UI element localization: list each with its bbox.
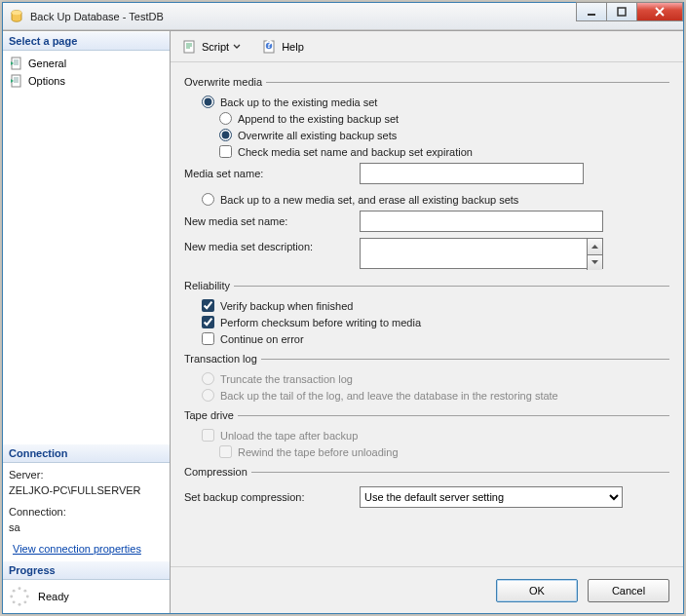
new-media-desc-label: New media set description: (184, 238, 350, 252)
page-icon (9, 56, 24, 71)
check-verify-backup[interactable] (202, 299, 214, 312)
svg-point-1 (12, 10, 21, 14)
new-media-name-label: New media set name: (184, 215, 350, 227)
radio-overwrite-all[interactable] (219, 129, 232, 141)
ok-button[interactable]: OK (496, 579, 578, 602)
check-unload-tape-label: Unload the tape after backup (220, 430, 358, 442)
page-item-general[interactable]: General (9, 55, 164, 72)
radio-append[interactable] (219, 112, 232, 125)
svg-point-14 (13, 600, 16, 603)
svg-point-15 (10, 596, 13, 598)
page-item-label: General (28, 58, 66, 69)
compression-select[interactable]: Use the default server setting (360, 486, 623, 508)
svg-rect-3 (618, 8, 626, 16)
svg-point-16 (13, 590, 16, 593)
transaction-log-legend: Transaction log (184, 353, 261, 365)
cancel-button[interactable]: Cancel (588, 579, 669, 602)
connection-header: Connection (3, 443, 170, 463)
select-page-header: Select a page (3, 31, 170, 51)
radio-backup-tail-label: Back up the tail of the log, and leave t… (220, 390, 558, 402)
connection-value: sa (9, 520, 164, 535)
check-rewind-tape-label: Rewind the tape before unloading (238, 446, 399, 458)
compression-group: Compression Set backup compression: Use … (184, 466, 669, 511)
check-checksum-label: Perform checksum before writing to media (220, 317, 421, 328)
check-media-name-label: Check media set name and backup set expi… (238, 146, 473, 158)
page-icon (9, 73, 24, 89)
overwrite-media-group: Overwrite media Back up to the existing … (184, 76, 669, 274)
server-value: ZELJKO-PC\FULLSERVER (9, 482, 164, 498)
radio-backup-tail (202, 389, 214, 402)
new-media-desc-input[interactable] (360, 238, 603, 269)
transaction-log-group: Transaction log Truncate the transaction… (184, 353, 669, 404)
svg-rect-2 (588, 14, 595, 16)
script-label: Script (202, 41, 229, 53)
radio-new-media-set-label: Back up to a new media set, and erase al… (220, 194, 518, 206)
radio-new-media-set[interactable] (202, 193, 214, 206)
tape-drive-group: Tape drive Unload the tape after backup … (184, 409, 669, 460)
dialog-window: Back Up Database - TestDB Select a page … (2, 2, 684, 614)
radio-append-label: Append to the existing backup set (238, 113, 399, 125)
svg-point-9 (19, 587, 21, 590)
reliability-group: Reliability Verify backup when finished … (184, 280, 669, 347)
window-buttons (577, 3, 683, 29)
chevron-down-icon[interactable] (587, 254, 602, 271)
svg-text:?: ? (266, 39, 273, 50)
script-button[interactable]: Script (178, 37, 245, 57)
view-connection-properties-link[interactable]: View connection properties (13, 543, 141, 555)
chevron-up-icon[interactable] (587, 239, 602, 254)
options-content: Overwrite media Back up to the existing … (171, 62, 683, 566)
radio-overwrite-all-label: Overwrite all existing backup sets (238, 130, 397, 141)
progress-status: Ready (38, 591, 69, 602)
check-verify-backup-label: Verify backup when finished (220, 300, 353, 312)
script-icon (182, 39, 198, 55)
help-label: Help (282, 41, 304, 53)
reliability-legend: Reliability (184, 280, 234, 291)
database-icon (9, 9, 24, 24)
close-button[interactable] (636, 2, 683, 21)
svg-point-11 (26, 596, 29, 598)
radio-truncate-log (202, 372, 214, 385)
page-item-options[interactable]: Options (9, 72, 164, 90)
server-label: Server: (9, 467, 164, 482)
check-continue-on-error-label: Continue on error (220, 333, 304, 345)
check-rewind-tape (219, 445, 232, 458)
sidebar: Select a page General Options Connection (3, 31, 171, 613)
media-set-name-input[interactable] (360, 163, 584, 184)
maximize-button[interactable] (606, 2, 637, 21)
connection-label: Connection: (9, 504, 164, 520)
minimize-button[interactable] (576, 2, 607, 21)
titlebar: Back Up Database - TestDB (3, 3, 683, 30)
window-title: Back Up Database - TestDB (30, 11, 577, 22)
progress-header: Progress (3, 560, 170, 580)
page-item-label: Options (28, 75, 65, 87)
radio-existing-media-set[interactable] (202, 96, 214, 108)
overwrite-media-legend: Overwrite media (184, 76, 266, 88)
main-pane: Script ? Help Overwrite media Back up to… (171, 31, 683, 613)
check-continue-on-error[interactable] (202, 332, 214, 345)
compression-legend: Compression (184, 466, 251, 478)
check-checksum[interactable] (202, 316, 214, 328)
media-set-name-label: Media set name: (184, 168, 350, 179)
tape-drive-legend: Tape drive (184, 409, 238, 421)
svg-point-13 (19, 603, 21, 606)
progress-spinner-icon (9, 586, 30, 607)
desc-spinner[interactable] (587, 239, 602, 270)
check-unload-tape (202, 429, 214, 442)
dialog-footer: OK Cancel (171, 566, 683, 613)
radio-truncate-log-label: Truncate the transaction log (220, 373, 353, 385)
radio-existing-media-set-label: Back up to the existing media set (220, 96, 377, 108)
svg-point-10 (23, 590, 26, 593)
check-media-name[interactable] (219, 145, 232, 158)
compression-label: Set backup compression: (184, 491, 350, 503)
svg-point-12 (23, 600, 26, 603)
toolbar: Script ? Help (171, 31, 683, 62)
help-button[interactable]: ? Help (258, 37, 308, 57)
dialog-body: Select a page General Options Connection (3, 30, 683, 613)
help-icon: ? (262, 39, 278, 55)
svg-rect-17 (184, 41, 194, 53)
new-media-name-input[interactable] (360, 211, 603, 232)
chevron-down-icon (233, 41, 241, 53)
